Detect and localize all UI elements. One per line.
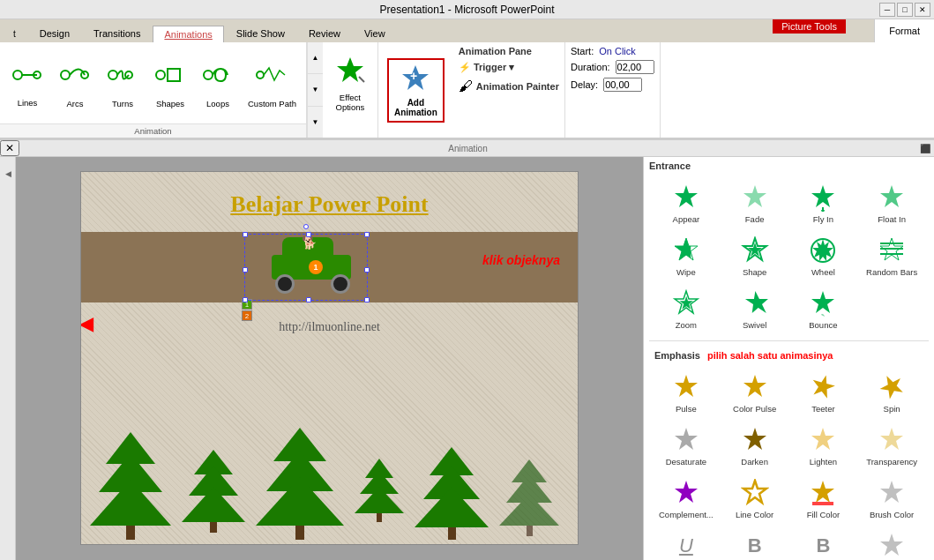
lighten-icon — [807, 424, 839, 456]
section-expand-button[interactable]: ⬛ — [916, 144, 934, 153]
float-in-button[interactable]: Float In — [858, 178, 925, 228]
complement-label: Complement... — [659, 510, 714, 519]
turns-button[interactable]: Turns — [101, 56, 145, 111]
underline-button[interactable]: U Underline — [653, 526, 720, 560]
float-in-label: Float In — [878, 214, 906, 224]
slide-url: http://ilmuonline.net — [81, 320, 578, 334]
pulse-button[interactable]: Pulse — [653, 368, 720, 417]
custom-path-button[interactable]: Custom Path — [243, 56, 301, 111]
svg-marker-34 — [811, 291, 834, 313]
bold-reveal-button[interactable]: B Bold Reveal — [790, 526, 857, 560]
arcs-icon — [58, 58, 92, 98]
tab-design[interactable]: Design — [28, 25, 81, 42]
animation-pane-button[interactable]: Animation Pane — [459, 46, 532, 56]
line-color-button[interactable]: Line Color — [721, 474, 788, 523]
car-object: 🐕 1 — [266, 235, 359, 295]
start-label: Start: — [571, 46, 594, 56]
effect-options-button[interactable]: Effect Options — [328, 51, 372, 115]
slide-canvas: Belajar Power Point 1 2 🐕 — [80, 171, 579, 545]
desaturate-button[interactable]: Desaturate — [653, 421, 720, 470]
darken-button[interactable]: Darken — [721, 421, 788, 470]
spin-button[interactable]: Spin — [858, 368, 925, 417]
maximize-button[interactable]: □ — [897, 3, 913, 17]
entrance-grid: Appear Fade Fly In — [649, 175, 929, 337]
tree-6 — [499, 459, 559, 536]
shape-button[interactable]: Shape — [721, 231, 788, 280]
appear-button[interactable]: Appear — [653, 178, 720, 228]
loops-label: Loops — [206, 99, 229, 108]
transparency-icon — [876, 424, 908, 456]
section-close-button[interactable]: ✕ — [0, 140, 19, 156]
fill-color-icon — [807, 477, 839, 509]
teeter-button[interactable]: Teeter — [790, 368, 857, 417]
swivel-button[interactable]: Swivel — [721, 284, 788, 333]
tab-view[interactable]: View — [353, 25, 397, 42]
trigger-button[interactable]: ⚡ Trigger ▾ — [459, 62, 514, 73]
complement-button[interactable]: Complement... — [653, 474, 720, 523]
timing-group-body: Start: On Click Duration: Delay: — [565, 42, 660, 138]
pulse-label: Pulse — [676, 404, 697, 414]
tab-animations[interactable]: Animations — [153, 26, 223, 42]
tab-review[interactable]: Review — [297, 25, 352, 42]
tree-3 — [256, 428, 344, 540]
add-animation-group: + AddAnimation — [378, 42, 453, 138]
svg-point-3 — [61, 71, 70, 79]
add-animation-button[interactable]: + AddAnimation — [387, 58, 445, 123]
loops-button[interactable]: Loops — [196, 56, 240, 111]
tab-format[interactable]: Format — [874, 19, 934, 42]
scroll-up-button[interactable]: ▲ — [308, 42, 323, 74]
tree-top-5c — [415, 487, 489, 527]
bold-flash-button[interactable]: B Bold Flash — [721, 526, 788, 560]
bold-flash-icon: B — [739, 530, 771, 560]
color-pulse-button[interactable]: Color Pulse — [721, 368, 788, 417]
fade-button-entrance[interactable]: Fade — [721, 178, 788, 228]
bounce-button[interactable]: Bounce — [790, 284, 857, 333]
zoom-button[interactable]: Zoom — [653, 284, 720, 333]
emphasis-grid: Pulse Color Pulse Teeter — [649, 364, 929, 560]
delay-label: Delay: — [571, 79, 598, 90]
animation-painter-button[interactable]: Animation Painter — [476, 81, 559, 92]
tree-trunk-4 — [377, 513, 382, 522]
wheel-label: Wheel — [811, 267, 835, 277]
scroll-more-button[interactable]: ▼ — [308, 107, 323, 138]
tab-file[interactable]: t — [2, 26, 27, 42]
duration-input[interactable] — [616, 60, 654, 74]
arcs-button[interactable]: Arcs — [53, 56, 97, 111]
start-row: Start: On Click — [571, 46, 636, 56]
svg-point-9 — [204, 71, 213, 79]
svg-marker-15 — [675, 185, 698, 207]
scroll-down-button[interactable]: ▼ — [308, 74, 323, 106]
tree-trunk-3 — [295, 526, 304, 540]
wipe-button[interactable]: Wipe — [653, 231, 720, 280]
fly-in-label: Fly In — [813, 214, 833, 224]
lines-button[interactable]: Lines — [5, 56, 49, 110]
wheel-button[interactable]: Wheel — [790, 231, 857, 280]
add-animation-icon: + — [401, 63, 430, 98]
tab-slideshow[interactable]: Slide Show — [225, 25, 296, 42]
transparency-label: Transparency — [866, 457, 917, 467]
ribbon-bar: Lines Arcs Turns Shapes — [0, 42, 934, 139]
wave-button[interactable]: Wave — [858, 526, 925, 560]
transparency-button[interactable]: Transparency — [858, 421, 925, 470]
close-button[interactable]: ✕ — [915, 3, 930, 17]
swivel-icon — [739, 287, 771, 319]
svg-marker-36 — [743, 375, 766, 397]
car-wheel-right — [331, 274, 350, 294]
fly-in-button[interactable]: Fly In — [790, 178, 857, 228]
svg-marker-42 — [880, 428, 903, 450]
minimize-button[interactable]: ─ — [879, 3, 895, 17]
svg-marker-17 — [811, 185, 834, 207]
brush-color-button[interactable]: Brush Color — [858, 474, 925, 523]
svg-marker-19 — [821, 210, 825, 212]
lighten-label: Lighten — [810, 457, 837, 467]
emphasis-instruction: pilih salah satu animasinya — [707, 350, 833, 361]
tab-transitions[interactable]: Transitions — [82, 25, 152, 42]
delay-input[interactable] — [603, 78, 642, 92]
line-color-label: Line Color — [736, 510, 773, 519]
lighten-button[interactable]: Lighten — [790, 421, 857, 470]
random-bars-button[interactable]: Random Bars — [858, 231, 925, 280]
tree-trunk-1 — [126, 526, 135, 540]
fill-color-button[interactable]: Fill Color — [790, 474, 857, 523]
shapes-button[interactable]: Shapes — [148, 56, 192, 111]
svg-marker-43 — [675, 481, 698, 503]
